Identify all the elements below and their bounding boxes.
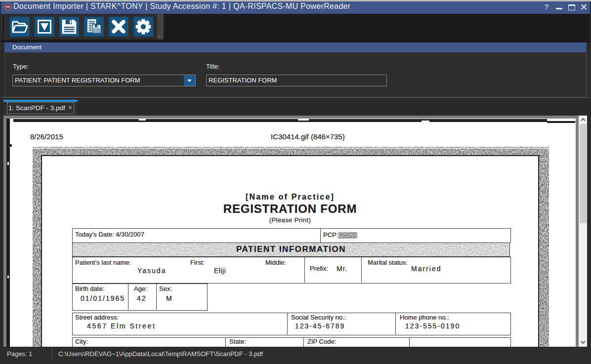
svg-text:PR: PR <box>6 5 10 8</box>
